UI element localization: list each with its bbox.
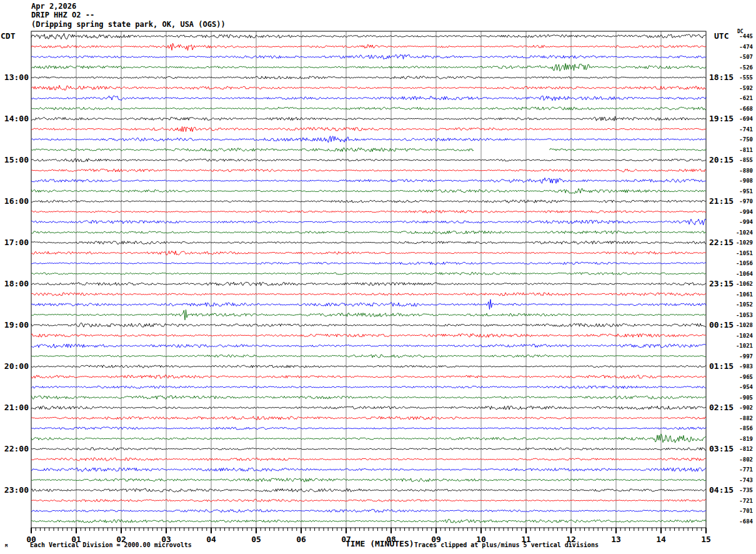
cdt-hour-label: 18:00 (0, 280, 29, 288)
utc-hour-label: 02:15 (709, 403, 734, 412)
dc-offset-value: -741 (734, 126, 753, 133)
dc-offset-value: -592 (734, 85, 753, 91)
dc-offset-value: -997 (734, 353, 753, 360)
cdt-hour-label: 15:00 (0, 156, 29, 164)
dc-offset-value: -555 (734, 74, 753, 81)
utc-hour-label: 20:15 (709, 156, 734, 164)
trace-row-46 (31, 510, 706, 513)
x-axis-title: TIME (MINUTES) (346, 539, 414, 548)
minute-label-04: 04 (202, 535, 220, 544)
trace-row-27 (31, 310, 706, 320)
trace-row-8 (31, 116, 706, 121)
dc-offset-value: -1056 (734, 260, 753, 266)
trace-row-1 (31, 43, 706, 51)
dc-offset-value: -526 (734, 64, 753, 71)
trace-row-18 (31, 219, 706, 225)
trace-row-47 (31, 520, 706, 523)
clip-note: Traces clipped at plus/minus 5 vertical … (414, 541, 599, 548)
dc-offset-value: -908 (734, 178, 753, 184)
utc-hour-label: 22:15 (709, 238, 734, 247)
trace-row-0 (31, 33, 706, 39)
dc-offset-value: -1051 (734, 250, 753, 256)
trace-row-3 (31, 64, 706, 71)
plot-border (31, 31, 706, 528)
trace-row-41 (31, 458, 706, 461)
dc-offset-value: -951 (734, 188, 753, 194)
trace-row-45 (31, 499, 706, 501)
utc-hour-label: 04:15 (709, 486, 734, 495)
dc-offset-value: -1053 (734, 312, 753, 318)
dc-offset-value: -882 (734, 415, 753, 421)
dc-offset-value: -721 (734, 498, 753, 504)
cdt-hour-label: 13:00 (0, 73, 29, 82)
dc-offset-value: -668 (734, 106, 753, 112)
trace-row-43 (31, 478, 706, 482)
dc-offset-value: -1028 (734, 322, 753, 328)
dc-offset-value: -983 (734, 363, 753, 370)
trace-row-21 (31, 251, 706, 255)
trace-row-13 (31, 169, 706, 172)
dc-offset-value: -621 (734, 95, 753, 101)
utc-hour-label: 21:15 (709, 197, 734, 206)
dc-offset-value: -965 (734, 374, 753, 380)
dc-offset-value: -1029 (734, 239, 753, 246)
dc-offset-value: -474 (734, 44, 753, 50)
watermark-glyph: M (5, 543, 7, 548)
dc-offset-value: -771 (734, 466, 753, 473)
minute-label-14: 14 (652, 535, 670, 544)
minute-label-15: 15 (697, 535, 715, 544)
utc-hour-label: 18:15 (709, 73, 734, 82)
minute-label-05: 05 (247, 535, 265, 544)
dc-offset-value: -819 (734, 436, 753, 442)
trace-row-28 (31, 323, 706, 327)
dc-offset-value: -684 (734, 518, 753, 525)
trace-row-35 (31, 396, 706, 400)
trace-row-42 (31, 468, 706, 471)
trace-row-23 (31, 273, 706, 275)
trace-row-30 (31, 344, 706, 348)
dc-offset-value: -994 (734, 209, 753, 215)
dc-offset-value: -1024 (734, 333, 753, 339)
dc-offset-value: -970 (734, 198, 753, 204)
trace-row-4 (31, 76, 706, 79)
dc-offset-value: -902 (734, 405, 753, 411)
dc-offset-value: -1064 (734, 271, 753, 277)
trace-row-16 (31, 200, 706, 203)
dc-offset-value: -812 (734, 446, 753, 452)
dc-offset-value: -811 (734, 147, 753, 153)
dc-offset-value: -1021 (734, 343, 753, 349)
cdt-hour-label: 14:00 (0, 114, 29, 123)
dc-offset-value: -1052 (734, 301, 753, 308)
cdt-hour-label: 20:00 (0, 362, 29, 371)
cdt-hour-label: 19:00 (0, 321, 29, 330)
dc-offset-value: -694 (734, 116, 753, 122)
utc-hour-label: 01:15 (709, 362, 734, 371)
dc-offset-value: -1062 (734, 281, 753, 287)
utc-hour-label: 03:15 (709, 445, 734, 453)
trace-row-2 (31, 54, 706, 59)
trace-row-6 (31, 96, 706, 101)
cdt-hour-label: 22:00 (0, 445, 29, 453)
minute-label-13: 13 (607, 535, 625, 544)
dc-offset-value: -1024 (734, 229, 753, 236)
utc-hour-label: 19:15 (709, 114, 734, 123)
trace-row-12 (31, 158, 706, 162)
trace-row-33 (31, 375, 706, 379)
cdt-hour-label: 16:00 (0, 197, 29, 206)
trace-row-20 (31, 241, 706, 244)
trace-row-24 (31, 282, 706, 286)
dc-offset-value: -701 (734, 508, 753, 514)
dc-offset-value: -954 (734, 384, 753, 390)
trace-row-34 (31, 386, 706, 389)
trace-row-19 (31, 231, 706, 234)
dc-offset-value: -735 (734, 487, 753, 493)
trace-row-37 (31, 416, 706, 420)
trace-row-7 (31, 107, 706, 110)
minute-label-06: 06 (292, 535, 310, 544)
trace-row-32 (31, 365, 706, 368)
trace-row-15 (31, 189, 706, 194)
trace-row-26 (31, 300, 706, 310)
trace-row-17 (31, 210, 706, 213)
helicorder-plot (0, 0, 756, 554)
dc-offset-value: -994 (734, 219, 753, 225)
